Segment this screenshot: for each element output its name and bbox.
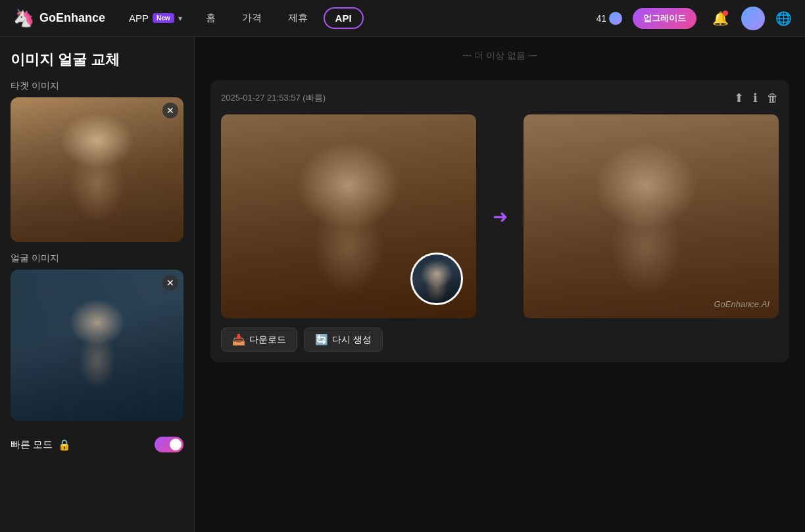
face-image-section: 얼굴 이미지 ✕	[11, 253, 183, 421]
credits-count: 41	[596, 13, 606, 24]
app-label: APP	[129, 12, 149, 24]
quick-mode-toggle[interactable]	[155, 437, 183, 452]
notification-dot	[723, 11, 728, 16]
logo-text: GoEnhance	[39, 11, 105, 25]
nav-home[interactable]: 홈	[195, 8, 226, 28]
face-image-slot[interactable]: ✕	[11, 270, 183, 421]
content-area: --- 더 이상 없음 --- 2025-01-27 21:53:57 (빠름)…	[195, 37, 805, 532]
toggle-knob	[170, 439, 182, 450]
credits-display: 41	[596, 12, 622, 25]
new-badge: New	[153, 13, 174, 23]
arrow-area: ➜	[487, 206, 513, 228]
right-arrow-icon: ➜	[493, 206, 508, 228]
page-title: 이미지 얼굴 교체	[11, 50, 183, 70]
card-actions: ⬆ ℹ 🗑	[734, 91, 779, 105]
target-image-slot[interactable]: ✕	[11, 97, 183, 242]
remove-face-image-button[interactable]: ✕	[162, 275, 178, 291]
after-image: GoEnhance.AI	[524, 114, 779, 318]
main-layout: 이미지 얼굴 교체 타겟 이미지 ✕ 얼굴 이미지 ✕ 빠른 모드 🔒	[0, 37, 805, 532]
face-image-label: 얼굴 이미지	[11, 253, 183, 264]
card-header: 2025-01-27 21:53:57 (빠름) ⬆ ℹ 🗑	[221, 91, 779, 105]
nav-app-button[interactable]: APP New ▾	[121, 9, 190, 28]
download-button[interactable]: 📥 다운로드	[221, 327, 297, 352]
lock-icon: 🔒	[58, 439, 71, 451]
nav-api-button[interactable]: API	[324, 7, 364, 29]
share-icon[interactable]: ⬆	[734, 91, 744, 105]
nav-products[interactable]: 제휴	[278, 8, 318, 28]
no-more-text: --- 더 이상 없음 ---	[210, 50, 789, 62]
result-timestamp: 2025-01-27 21:53:57 (빠름)	[221, 92, 326, 104]
image-pair: ➜ GoEnhance.AI	[221, 114, 779, 318]
regenerate-icon: 🔄	[315, 333, 328, 346]
logo-icon: 🦄	[13, 8, 34, 28]
navbar: 🦄 GoEnhance APP New ▾ 홈 가격 제휴 API 41 업그레…	[0, 0, 805, 37]
language-icon[interactable]: 🌐	[775, 11, 792, 26]
remove-target-image-button[interactable]: ✕	[162, 103, 178, 118]
sidebar: 이미지 얼굴 교체 타겟 이미지 ✕ 얼굴 이미지 ✕ 빠른 모드 🔒	[0, 37, 195, 532]
target-image-label: 타겟 이미지	[11, 80, 183, 92]
result-card: 2025-01-27 21:53:57 (빠름) ⬆ ℹ 🗑 ➜	[210, 80, 789, 362]
delete-icon[interactable]: 🗑	[767, 91, 779, 105]
nav-pricing[interactable]: 가격	[232, 8, 272, 28]
quick-mode-row: 빠른 모드 🔒	[11, 437, 183, 452]
card-buttons: 📥 다운로드 🔄 다시 생성	[221, 327, 779, 352]
quick-mode-label: 빠른 모드 🔒	[11, 439, 71, 451]
chevron-down-icon: ▾	[178, 14, 182, 23]
download-icon: 📥	[232, 333, 245, 346]
face-overlay	[410, 253, 463, 305]
quick-mode-text: 빠른 모드	[11, 439, 53, 451]
watermark-text: GoEnhance.AI	[714, 299, 769, 309]
logo-area: 🦄 GoEnhance	[13, 8, 105, 28]
regenerate-label: 다시 생성	[332, 334, 372, 346]
before-image	[221, 114, 476, 318]
download-label: 다운로드	[249, 334, 286, 346]
user-avatar[interactable]	[741, 7, 765, 30]
credits-icon	[609, 12, 622, 25]
target-image-section: 타겟 이미지 ✕	[11, 80, 183, 242]
upgrade-button[interactable]: 업그레이드	[633, 8, 696, 29]
info-icon[interactable]: ℹ	[753, 91, 758, 105]
notification-bell[interactable]: 🔔	[710, 8, 731, 29]
regenerate-button[interactable]: 🔄 다시 생성	[304, 327, 383, 352]
